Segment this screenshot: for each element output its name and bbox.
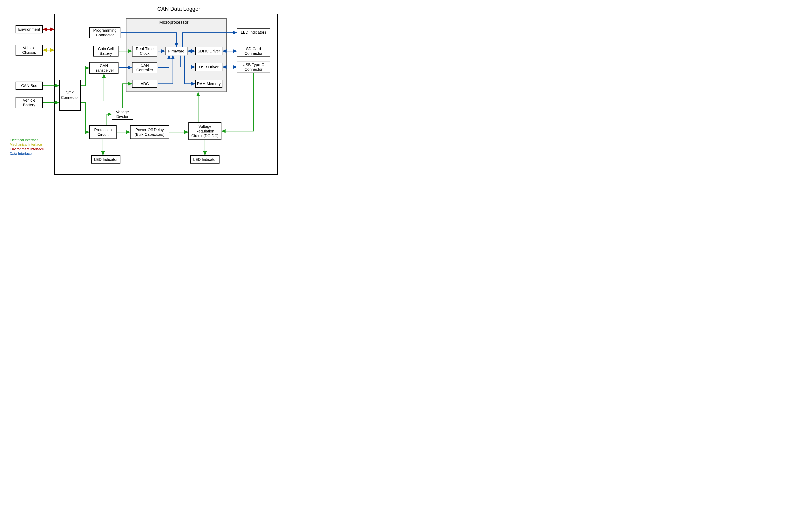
block-environment: Environment [15,25,43,33]
block-can-controller: CAN Controller [132,62,157,73]
diagram-canvas: CAN Data Logger Microprocessor Environme… [4,4,292,183]
block-vehicle-chassis: Vehicle Chassis [15,45,43,56]
legend-mechanical: Mechanical Interface [10,142,44,147]
microprocessor-title: Microprocessor [159,20,188,25]
block-power-off-delay: Power-Off Delay (Bulk Capacitors) [130,125,169,139]
block-de9-connector: DE-9 Connector [59,80,81,111]
block-firmware: Firmware [165,47,187,55]
block-voltage-regulation: Voltage Regulation Circuit (DC-DC) [188,122,222,140]
block-vehicle-battery: Vehicle Battery [15,97,43,108]
block-can-bus: CAN Bus [15,82,43,90]
legend-electrical: Electrical Interface [10,138,44,142]
block-sd-card-connector: SD Card Connector [237,46,270,57]
block-protection-circuit: Protection Circuit [89,125,116,139]
block-ram: RAM Memory [195,80,223,88]
diagram-title: CAN Data Logger [140,6,218,12]
block-led-indicator-2: LED Indicator [190,155,220,164]
block-led-indicators: LED Indicators [237,28,270,36]
block-led-indicator-1: LED Indicator [91,155,120,164]
block-usb-type-c-connector: USB Type-C Connector [237,62,270,72]
block-programming-connector: Programming Connector [89,27,120,38]
legend-data: Data Interface [10,152,44,156]
block-coin-cell-battery: Coin Cell Battery [93,46,118,57]
block-can-transceiver: CAN Transceiver [89,62,118,74]
block-adc: ADC [132,80,157,88]
block-voltage-divider: Voltage Divider [112,109,133,120]
block-usb-driver: USB Driver [195,63,223,71]
block-sdhc-driver: SDHC Driver [195,47,223,55]
block-rtc: Real-Time Clock [132,46,157,57]
legend: Electrical Interface Mechanical Interfac… [10,138,44,156]
legend-environment: Environment Interface [10,147,44,152]
